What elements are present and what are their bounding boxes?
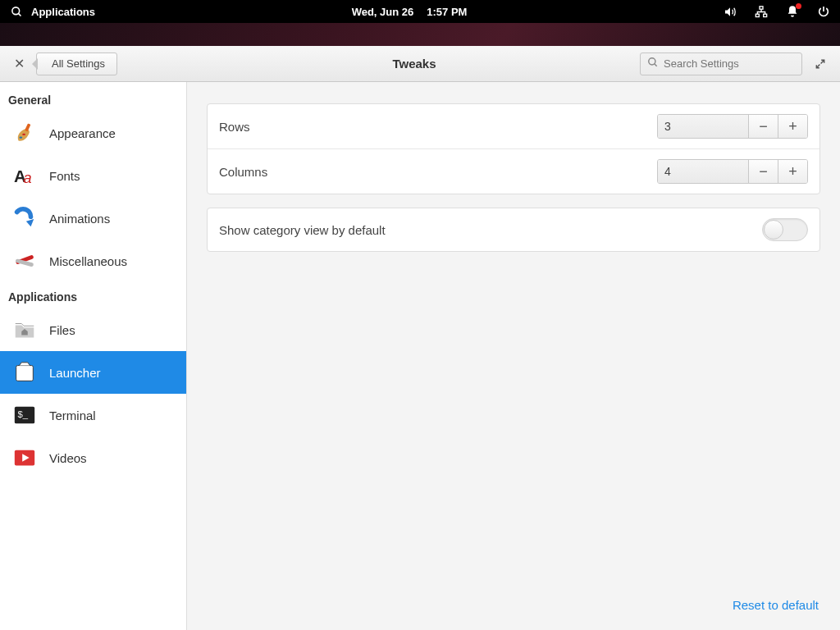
sidebar-item-launcher[interactable]: Launcher (0, 351, 186, 394)
files-icon (11, 317, 38, 343)
top-panel: Applications Wed, Jun 26 1:57 PM (0, 0, 840, 23)
svg-text:a: a (23, 169, 31, 186)
search-icon[interactable] (10, 5, 23, 18)
rows-label: Rows (219, 120, 250, 134)
appearance-icon (11, 120, 38, 146)
notifications-icon[interactable] (786, 5, 799, 18)
content-pane: Rows − + Columns − + (187, 82, 840, 630)
sidebar-item-label: Videos (49, 451, 87, 465)
miscellaneous-icon (11, 248, 38, 274)
rows-increment-button[interactable]: + (778, 115, 807, 138)
sidebar-item-label: Launcher (49, 366, 101, 380)
svg-point-8 (22, 134, 25, 135)
rows-setting-row: Rows − + (208, 104, 819, 149)
sidebar-item-label: Miscellaneous (49, 254, 127, 268)
sidebar-item-fonts[interactable]: Aa Fonts (0, 154, 186, 197)
grid-size-group: Rows − + Columns − + (207, 103, 820, 194)
sidebar-item-label: Files (49, 323, 75, 337)
rows-stepper: − + (657, 114, 808, 139)
wallpaper (0, 23, 840, 46)
columns-input[interactable] (658, 160, 748, 183)
sidebar-item-label: Fonts (49, 169, 80, 183)
category-view-row: Show category view by default (208, 208, 819, 251)
window-title: Tweaks (195, 57, 633, 71)
category-view-label: Show category view by default (219, 223, 386, 237)
panel-time[interactable]: 1:57 PM (427, 6, 467, 18)
volume-icon[interactable] (724, 5, 737, 18)
applications-menu[interactable]: Applications (31, 6, 95, 18)
toggle-knob (764, 220, 783, 240)
svg-point-0 (11, 7, 19, 14)
svg-point-9 (19, 137, 22, 139)
search-settings-box[interactable] (640, 52, 802, 75)
search-icon (647, 57, 659, 71)
search-settings-input[interactable] (664, 57, 801, 70)
rows-input[interactable] (658, 115, 748, 138)
sidebar-item-label: Animations (49, 212, 110, 226)
fonts-icon: Aa (11, 162, 38, 189)
sidebar-item-label: Terminal (49, 409, 96, 422)
animations-icon (11, 205, 38, 231)
sidebar-item-videos[interactable]: Videos (0, 436, 186, 479)
settings-window: ✕ All Settings Tweaks General Appea (0, 46, 840, 630)
svg-rect-15 (16, 366, 34, 381)
sidebar-section-general: General (0, 85, 186, 112)
sidebar-item-miscellaneous[interactable]: Miscellaneous (0, 240, 186, 282)
header-bar: ✕ All Settings Tweaks (0, 46, 840, 82)
category-view-group: Show category view by default (207, 208, 820, 252)
category-view-toggle[interactable] (762, 218, 808, 241)
svg-line-1 (18, 13, 21, 16)
columns-label: Columns (219, 165, 267, 179)
close-button[interactable]: ✕ (8, 53, 30, 75)
svg-text:$_: $_ (18, 409, 29, 419)
svg-rect-4 (764, 14, 767, 16)
panel-date[interactable]: Wed, Jun 26 (352, 6, 414, 18)
svg-rect-2 (760, 6, 763, 8)
sidebar-item-terminal[interactable]: $_ Terminal (0, 394, 186, 436)
reset-to-default-link[interactable]: Reset to default (731, 593, 820, 617)
sidebar-section-applications: Applications (0, 282, 186, 308)
svg-rect-7 (25, 123, 30, 131)
columns-stepper: − + (657, 159, 808, 184)
sidebar-item-files[interactable]: Files (0, 308, 186, 351)
power-icon[interactable] (817, 5, 830, 18)
columns-setting-row: Columns − + (208, 149, 819, 194)
videos-icon (11, 445, 38, 471)
all-settings-back-button[interactable]: All Settings (36, 52, 117, 75)
svg-rect-3 (756, 14, 759, 16)
sidebar-item-animations[interactable]: Animations (0, 197, 186, 240)
columns-increment-button[interactable]: + (778, 160, 807, 183)
rows-decrement-button[interactable]: − (748, 115, 778, 138)
terminal-icon: $_ (11, 402, 38, 428)
maximize-button[interactable] (809, 52, 832, 75)
sidebar-item-label: Appearance (49, 126, 116, 140)
svg-point-5 (649, 57, 655, 64)
network-icon[interactable] (755, 5, 768, 18)
columns-decrement-button[interactable]: − (748, 160, 778, 183)
sidebar-item-appearance[interactable]: Appearance (0, 112, 186, 154)
svg-point-14 (16, 255, 20, 258)
sidebar: General Appearance Aa Fonts Animations (0, 82, 187, 630)
launcher-icon (11, 359, 38, 386)
svg-line-6 (655, 63, 657, 66)
